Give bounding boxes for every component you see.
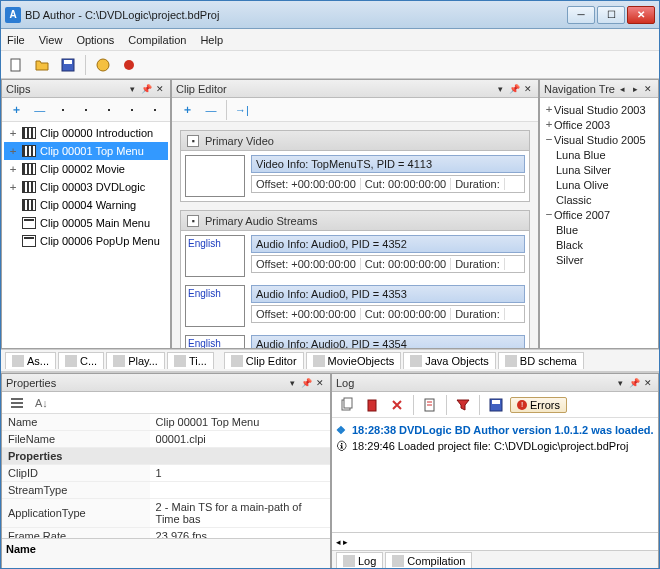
menu-view[interactable]: View [39,34,63,46]
pin-icon[interactable]: 📌 [628,377,640,389]
menu-compilation[interactable]: Compilation [128,34,186,46]
tab-log[interactable]: Log [336,552,383,569]
nav-tree[interactable]: +Visual Studio 2003 +Office 2003 −Visual… [540,98,658,348]
tab-compilation[interactable]: Compilation [385,552,472,569]
tab-c[interactable]: C... [58,352,104,369]
collapse-icon[interactable]: ▪ [187,135,199,147]
tab-bd-schema[interactable]: BD schema [498,352,584,369]
film-icon [22,145,36,157]
clip-row[interactable]: +Clip 00001 Top Menu [4,142,168,160]
info-icon: 🛈 [336,440,348,452]
duration-field[interactable]: Duration: [451,258,505,270]
delete-log-button[interactable] [386,394,408,416]
minimize-button[interactable]: ─ [567,6,595,24]
film-icon [22,181,36,193]
offset-field[interactable]: Offset: +00:00:00:00 [252,258,361,270]
tab-assets[interactable]: As... [5,352,56,369]
clip-row[interactable]: Clip 00005 Main Menu [4,214,168,232]
next-button[interactable]: →| [231,99,253,121]
duration-field[interactable]: Duration: [451,308,505,320]
panel-close-icon[interactable]: ✕ [314,377,326,389]
panel-close-icon[interactable]: ✕ [643,83,654,95]
clear-log-button[interactable] [361,394,383,416]
close-button[interactable]: ✕ [627,6,655,24]
audio-thumbnail[interactable]: English [185,335,245,348]
compile-button[interactable] [92,54,114,76]
clip-row[interactable]: +Clip 00000 Introduction [4,124,168,142]
clip-row[interactable]: Clip 00006 PopUp Menu [4,232,168,250]
clips-title: Clips [6,83,30,95]
clip-tool-4[interactable] [122,99,143,121]
errors-button[interactable]: !Errors [510,397,567,413]
clip-tree[interactable]: +Clip 00000 Introduction +Clip 00001 Top… [2,122,170,348]
film-icon [22,199,36,211]
log-panel: Log ▾ 📌 ✕ !Errors ❖18:28:38 DVDLogic BD … [331,373,659,569]
menu-clip-icon [22,235,36,247]
collapse-icon[interactable]: ▪ [187,215,199,227]
panel-close-icon[interactable]: ✕ [642,377,654,389]
audio-thumbnail[interactable]: English [185,235,245,277]
clip-tool-1[interactable] [52,99,73,121]
tab-movie-objects[interactable]: MovieObjects [306,352,402,369]
scroll-right-icon[interactable]: ▸ [630,83,641,95]
cut-field[interactable]: Cut: 00:00:00:00 [361,178,451,190]
panel-menu-icon[interactable]: ▾ [126,83,138,95]
open-button[interactable] [31,54,53,76]
pin-icon[interactable]: 📌 [300,377,312,389]
cut-field[interactable]: Cut: 00:00:00:00 [361,258,451,270]
tab-java-objects[interactable]: Java Objects [403,352,496,369]
maximize-button[interactable]: ☐ [597,6,625,24]
tab-clip-editor[interactable]: Clip Editor [224,352,304,369]
navigation-tree-panel: Navigation Tree ◂ ▸ ✕ +Visual Studio 200… [539,79,659,349]
clip-tool-5[interactable] [145,99,166,121]
pin-icon[interactable]: 📌 [508,83,520,95]
pin-icon[interactable]: 📌 [140,83,152,95]
main-toolbar [1,51,659,79]
svg-point-3 [97,59,109,71]
tab-play[interactable]: Play... [106,352,165,369]
clip-row[interactable]: +Clip 00003 DVDLogic [4,178,168,196]
log-icon [343,555,355,567]
clips-toolbar: ＋ — [2,98,170,122]
debug-button[interactable] [118,54,140,76]
log-body[interactable]: ❖18:28:38 DVDLogic BD Author version 1.0… [332,418,658,532]
panel-menu-icon[interactable]: ▾ [286,377,298,389]
video-thumbnail[interactable] [185,155,245,197]
panel-menu-icon[interactable]: ▾ [494,83,506,95]
clip-tool-3[interactable] [99,99,120,121]
save-button[interactable] [57,54,79,76]
cut-field[interactable]: Cut: 00:00:00:00 [361,308,451,320]
window-title: BD Author - C:\DVDLogic\project.bdProj [25,9,567,21]
clip-row[interactable]: +Clip 00002 Movie [4,160,168,178]
menu-options[interactable]: Options [76,34,114,46]
offset-field[interactable]: Offset: +00:00:00:00 [252,308,361,320]
remove-clip-button[interactable]: — [29,99,50,121]
new-button[interactable] [5,54,27,76]
remove-stream-button[interactable]: — [200,99,222,121]
menu-help[interactable]: Help [200,34,223,46]
save-log-button[interactable] [485,394,507,416]
copy-log-button[interactable] [336,394,358,416]
log-title: Log [336,377,354,389]
menu-file[interactable]: File [7,34,25,46]
add-stream-button[interactable]: ＋ [176,99,198,121]
scroll-right-icon[interactable]: ▸ [343,537,348,547]
doc-log-button[interactable] [419,394,441,416]
panel-menu-icon[interactable]: ▾ [614,377,626,389]
add-clip-button[interactable]: ＋ [6,99,27,121]
clip-row[interactable]: Clip 00004 Warning [4,196,168,214]
scroll-left-icon[interactable]: ◂ [617,83,628,95]
filter-log-button[interactable] [452,394,474,416]
tab-ti[interactable]: Ti... [167,352,214,369]
audio-thumbnail[interactable]: English [185,285,245,327]
properties-grid[interactable]: NameClip 00001 Top Menu FileName00001.cl… [2,414,330,538]
panel-close-icon[interactable]: ✕ [522,83,534,95]
sort-button[interactable]: A↓ [30,392,52,414]
offset-field[interactable]: Offset: +00:00:00:00 [252,178,361,190]
panel-close-icon[interactable]: ✕ [154,83,166,95]
clip-tool-2[interactable] [75,99,96,121]
scroll-left-icon[interactable]: ◂ [336,537,341,547]
primary-video-group: ▪Primary Video Video Info: TopMenuTS, PI… [180,130,530,202]
categorize-button[interactable] [6,392,28,414]
duration-field[interactable]: Duration: [451,178,505,190]
